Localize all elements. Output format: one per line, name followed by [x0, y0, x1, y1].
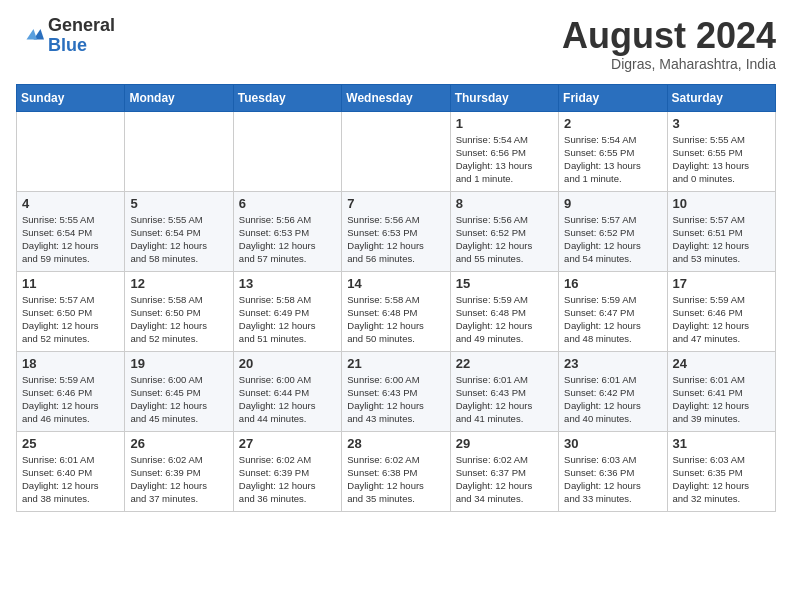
day-number: 3: [673, 116, 770, 131]
calendar-header-thursday: Thursday: [450, 84, 558, 111]
day-info: Sunrise: 5:57 AM Sunset: 6:51 PM Dayligh…: [673, 213, 770, 266]
day-info: Sunrise: 5:59 AM Sunset: 6:48 PM Dayligh…: [456, 293, 553, 346]
calendar-cell: 18Sunrise: 5:59 AM Sunset: 6:46 PM Dayli…: [17, 351, 125, 431]
day-info: Sunrise: 6:03 AM Sunset: 6:35 PM Dayligh…: [673, 453, 770, 506]
calendar-table: SundayMondayTuesdayWednesdayThursdayFrid…: [16, 84, 776, 512]
day-info: Sunrise: 6:02 AM Sunset: 6:38 PM Dayligh…: [347, 453, 444, 506]
calendar-cell: 4Sunrise: 5:55 AM Sunset: 6:54 PM Daylig…: [17, 191, 125, 271]
day-number: 13: [239, 276, 336, 291]
calendar-cell: [233, 111, 341, 191]
day-number: 20: [239, 356, 336, 371]
calendar-cell: 24Sunrise: 6:01 AM Sunset: 6:41 PM Dayli…: [667, 351, 775, 431]
calendar-week-5: 25Sunrise: 6:01 AM Sunset: 6:40 PM Dayli…: [17, 431, 776, 511]
day-number: 11: [22, 276, 119, 291]
day-info: Sunrise: 5:59 AM Sunset: 6:46 PM Dayligh…: [673, 293, 770, 346]
calendar-header-row: SundayMondayTuesdayWednesdayThursdayFrid…: [17, 84, 776, 111]
calendar-cell: 9Sunrise: 5:57 AM Sunset: 6:52 PM Daylig…: [559, 191, 667, 271]
calendar-cell: 28Sunrise: 6:02 AM Sunset: 6:38 PM Dayli…: [342, 431, 450, 511]
calendar-header-friday: Friday: [559, 84, 667, 111]
calendar-cell: [342, 111, 450, 191]
day-number: 31: [673, 436, 770, 451]
day-number: 30: [564, 436, 661, 451]
logo-blue: Blue: [48, 36, 115, 56]
calendar-cell: 7Sunrise: 5:56 AM Sunset: 6:53 PM Daylig…: [342, 191, 450, 271]
calendar-cell: 27Sunrise: 6:02 AM Sunset: 6:39 PM Dayli…: [233, 431, 341, 511]
day-info: Sunrise: 6:01 AM Sunset: 6:41 PM Dayligh…: [673, 373, 770, 426]
day-number: 21: [347, 356, 444, 371]
month-title: August 2024: [562, 16, 776, 56]
calendar-cell: [17, 111, 125, 191]
day-info: Sunrise: 5:57 AM Sunset: 6:50 PM Dayligh…: [22, 293, 119, 346]
calendar-cell: 10Sunrise: 5:57 AM Sunset: 6:51 PM Dayli…: [667, 191, 775, 271]
day-info: Sunrise: 6:00 AM Sunset: 6:43 PM Dayligh…: [347, 373, 444, 426]
calendar-cell: 20Sunrise: 6:00 AM Sunset: 6:44 PM Dayli…: [233, 351, 341, 431]
calendar-cell: 2Sunrise: 5:54 AM Sunset: 6:55 PM Daylig…: [559, 111, 667, 191]
day-number: 10: [673, 196, 770, 211]
calendar-week-3: 11Sunrise: 5:57 AM Sunset: 6:50 PM Dayli…: [17, 271, 776, 351]
day-number: 25: [22, 436, 119, 451]
day-info: Sunrise: 6:02 AM Sunset: 6:39 PM Dayligh…: [130, 453, 227, 506]
calendar-week-2: 4Sunrise: 5:55 AM Sunset: 6:54 PM Daylig…: [17, 191, 776, 271]
day-number: 5: [130, 196, 227, 211]
day-info: Sunrise: 5:57 AM Sunset: 6:52 PM Dayligh…: [564, 213, 661, 266]
day-info: Sunrise: 6:01 AM Sunset: 6:42 PM Dayligh…: [564, 373, 661, 426]
calendar-cell: 31Sunrise: 6:03 AM Sunset: 6:35 PM Dayli…: [667, 431, 775, 511]
calendar-cell: 25Sunrise: 6:01 AM Sunset: 6:40 PM Dayli…: [17, 431, 125, 511]
calendar-cell: 14Sunrise: 5:58 AM Sunset: 6:48 PM Dayli…: [342, 271, 450, 351]
day-info: Sunrise: 5:59 AM Sunset: 6:46 PM Dayligh…: [22, 373, 119, 426]
day-number: 23: [564, 356, 661, 371]
day-info: Sunrise: 5:54 AM Sunset: 6:56 PM Dayligh…: [456, 133, 553, 186]
day-number: 26: [130, 436, 227, 451]
day-info: Sunrise: 5:56 AM Sunset: 6:52 PM Dayligh…: [456, 213, 553, 266]
calendar-cell: 16Sunrise: 5:59 AM Sunset: 6:47 PM Dayli…: [559, 271, 667, 351]
day-number: 6: [239, 196, 336, 211]
calendar-week-1: 1Sunrise: 5:54 AM Sunset: 6:56 PM Daylig…: [17, 111, 776, 191]
day-number: 24: [673, 356, 770, 371]
day-number: 29: [456, 436, 553, 451]
day-number: 2: [564, 116, 661, 131]
calendar-cell: 22Sunrise: 6:01 AM Sunset: 6:43 PM Dayli…: [450, 351, 558, 431]
calendar-cell: 26Sunrise: 6:02 AM Sunset: 6:39 PM Dayli…: [125, 431, 233, 511]
day-info: Sunrise: 6:00 AM Sunset: 6:45 PM Dayligh…: [130, 373, 227, 426]
day-info: Sunrise: 6:01 AM Sunset: 6:40 PM Dayligh…: [22, 453, 119, 506]
logo-icon: [16, 22, 44, 50]
day-info: Sunrise: 5:55 AM Sunset: 6:54 PM Dayligh…: [22, 213, 119, 266]
day-info: Sunrise: 5:56 AM Sunset: 6:53 PM Dayligh…: [347, 213, 444, 266]
day-number: 15: [456, 276, 553, 291]
day-number: 27: [239, 436, 336, 451]
svg-marker-1: [27, 29, 38, 40]
day-number: 17: [673, 276, 770, 291]
calendar-cell: 5Sunrise: 5:55 AM Sunset: 6:54 PM Daylig…: [125, 191, 233, 271]
calendar-cell: 29Sunrise: 6:02 AM Sunset: 6:37 PM Dayli…: [450, 431, 558, 511]
day-number: 18: [22, 356, 119, 371]
day-number: 19: [130, 356, 227, 371]
calendar-header-monday: Monday: [125, 84, 233, 111]
day-info: Sunrise: 5:54 AM Sunset: 6:55 PM Dayligh…: [564, 133, 661, 186]
logo-general: General: [48, 16, 115, 36]
day-number: 28: [347, 436, 444, 451]
day-info: Sunrise: 5:55 AM Sunset: 6:54 PM Dayligh…: [130, 213, 227, 266]
calendar-cell: [125, 111, 233, 191]
day-number: 22: [456, 356, 553, 371]
title-block: August 2024 Digras, Maharashtra, India: [562, 16, 776, 72]
calendar-cell: 8Sunrise: 5:56 AM Sunset: 6:52 PM Daylig…: [450, 191, 558, 271]
day-number: 7: [347, 196, 444, 211]
logo: General Blue: [16, 16, 115, 56]
page-header: General Blue August 2024 Digras, Maharas…: [16, 16, 776, 72]
day-info: Sunrise: 6:02 AM Sunset: 6:37 PM Dayligh…: [456, 453, 553, 506]
calendar-header-tuesday: Tuesday: [233, 84, 341, 111]
day-number: 1: [456, 116, 553, 131]
calendar-cell: 12Sunrise: 5:58 AM Sunset: 6:50 PM Dayli…: [125, 271, 233, 351]
day-number: 9: [564, 196, 661, 211]
calendar-cell: 21Sunrise: 6:00 AM Sunset: 6:43 PM Dayli…: [342, 351, 450, 431]
calendar-cell: 17Sunrise: 5:59 AM Sunset: 6:46 PM Dayli…: [667, 271, 775, 351]
calendar-cell: 3Sunrise: 5:55 AM Sunset: 6:55 PM Daylig…: [667, 111, 775, 191]
day-info: Sunrise: 5:55 AM Sunset: 6:55 PM Dayligh…: [673, 133, 770, 186]
day-number: 12: [130, 276, 227, 291]
day-info: Sunrise: 5:58 AM Sunset: 6:49 PM Dayligh…: [239, 293, 336, 346]
calendar-cell: 13Sunrise: 5:58 AM Sunset: 6:49 PM Dayli…: [233, 271, 341, 351]
day-info: Sunrise: 6:01 AM Sunset: 6:43 PM Dayligh…: [456, 373, 553, 426]
calendar-cell: 11Sunrise: 5:57 AM Sunset: 6:50 PM Dayli…: [17, 271, 125, 351]
calendar-cell: 19Sunrise: 6:00 AM Sunset: 6:45 PM Dayli…: [125, 351, 233, 431]
calendar-cell: 23Sunrise: 6:01 AM Sunset: 6:42 PM Dayli…: [559, 351, 667, 431]
